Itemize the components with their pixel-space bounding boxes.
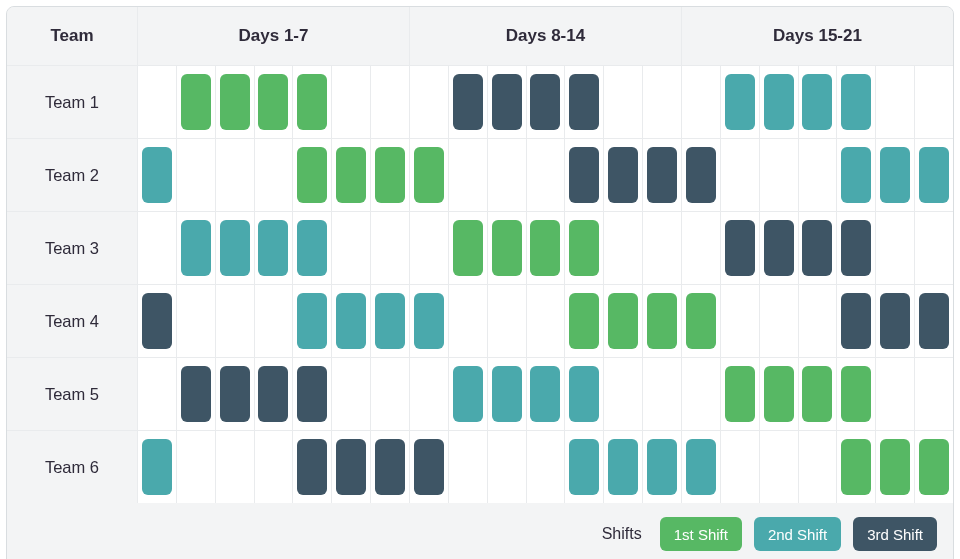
- day-cell: [332, 285, 370, 357]
- shift-block: [764, 366, 794, 422]
- day-cell: [410, 431, 448, 503]
- day-cell: [565, 66, 603, 138]
- shift-block: [569, 147, 599, 203]
- day-cell: [721, 212, 759, 284]
- shift-block: [375, 439, 405, 495]
- day-cell: [565, 139, 603, 211]
- day-cell: [449, 66, 487, 138]
- day-cell: [255, 431, 293, 503]
- day-cell: [410, 358, 448, 430]
- day-cell: [799, 139, 837, 211]
- shift-block: [919, 147, 949, 203]
- shift-block: [608, 147, 638, 203]
- day-cell: [488, 358, 526, 430]
- day-cell: [837, 139, 875, 211]
- shift-block: [764, 74, 794, 130]
- day-cell: [565, 431, 603, 503]
- shift-block: [258, 366, 288, 422]
- shift-block: [375, 147, 405, 203]
- day-cell: [682, 66, 720, 138]
- shift-block: [569, 220, 599, 276]
- day-cell: [760, 285, 798, 357]
- day-cell: [682, 212, 720, 284]
- shift-block: [414, 147, 444, 203]
- day-cell: [410, 139, 448, 211]
- header-week: Days 15-21: [682, 7, 953, 65]
- day-cell: [721, 139, 759, 211]
- day-cell: [488, 285, 526, 357]
- shift-block: [297, 147, 327, 203]
- day-cell: [837, 358, 875, 430]
- day-cell: [255, 212, 293, 284]
- shift-block: [686, 147, 716, 203]
- day-cell: [371, 285, 409, 357]
- day-cell: [760, 212, 798, 284]
- legend-chip-shift3: 3rd Shift: [853, 517, 937, 551]
- day-cell: [293, 212, 331, 284]
- legend: Shifts 1st Shift 2nd Shift 3rd Shift: [7, 503, 953, 559]
- day-cell: [293, 66, 331, 138]
- legend-label: Shifts: [602, 525, 642, 543]
- day-cell: [216, 431, 254, 503]
- day-cell: [604, 358, 642, 430]
- shift-block: [569, 366, 599, 422]
- day-cell: [565, 212, 603, 284]
- day-cell: [604, 66, 642, 138]
- day-cell: [410, 285, 448, 357]
- shift-block: [336, 147, 366, 203]
- shift-block: [453, 74, 483, 130]
- day-cell: [837, 66, 875, 138]
- shift-block: [142, 147, 172, 203]
- day-cell: [915, 66, 953, 138]
- shift-block: [297, 74, 327, 130]
- shift-block: [841, 220, 871, 276]
- day-cell: [682, 285, 720, 357]
- shift-block: [530, 220, 560, 276]
- shift-block: [647, 293, 677, 349]
- day-cell: [293, 285, 331, 357]
- day-cell: [332, 212, 370, 284]
- shift-block: [841, 147, 871, 203]
- shift-block: [375, 293, 405, 349]
- day-cell: [565, 358, 603, 430]
- day-cell: [643, 431, 681, 503]
- day-cell: [604, 139, 642, 211]
- day-cell: [682, 358, 720, 430]
- day-cell: [293, 139, 331, 211]
- day-cell: [138, 431, 176, 503]
- day-cell: [255, 139, 293, 211]
- shift-block: [220, 74, 250, 130]
- day-cell: [527, 358, 565, 430]
- day-cell: [876, 358, 914, 430]
- shift-block: [258, 220, 288, 276]
- day-cell: [177, 358, 215, 430]
- day-cell: [721, 358, 759, 430]
- day-cell: [643, 139, 681, 211]
- legend-chip-shift1: 1st Shift: [660, 517, 742, 551]
- shift-block: [725, 74, 755, 130]
- day-cell: [799, 358, 837, 430]
- day-cell: [410, 66, 448, 138]
- shift-block: [453, 366, 483, 422]
- shift-block: [919, 439, 949, 495]
- schedule-grid: TeamDays 1-7Days 8-14Days 15-21Team 1Tea…: [7, 7, 953, 503]
- day-cell: [721, 285, 759, 357]
- day-cell: [449, 431, 487, 503]
- day-cell: [915, 285, 953, 357]
- day-cell: [371, 66, 409, 138]
- day-cell: [216, 139, 254, 211]
- shift-block: [220, 220, 250, 276]
- day-cell: [915, 139, 953, 211]
- shift-block: [686, 439, 716, 495]
- day-cell: [604, 285, 642, 357]
- day-cell: [799, 431, 837, 503]
- shift-block: [841, 439, 871, 495]
- shift-block: [492, 220, 522, 276]
- day-cell: [488, 139, 526, 211]
- day-cell: [760, 66, 798, 138]
- shift-block: [608, 293, 638, 349]
- day-cell: [682, 139, 720, 211]
- header-week: Days 8-14: [410, 7, 681, 65]
- shift-block: [802, 366, 832, 422]
- day-cell: [876, 139, 914, 211]
